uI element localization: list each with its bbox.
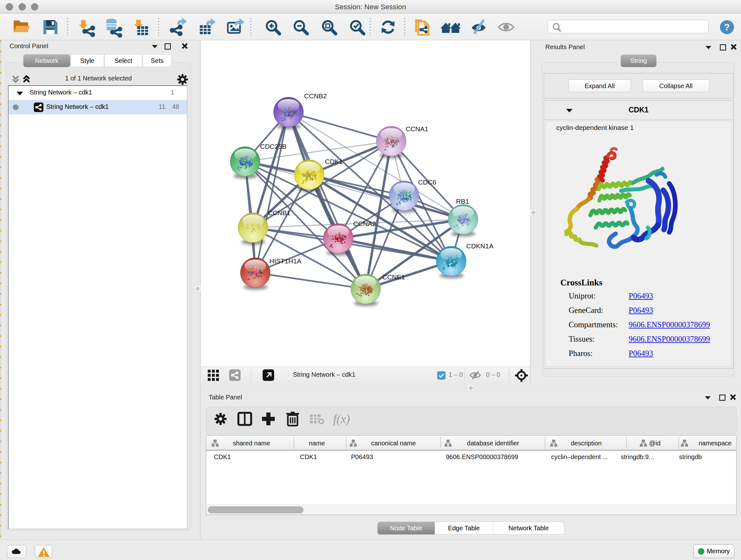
svg-text:namespace: namespace <box>698 440 731 447</box>
svg-text:?: ? <box>724 22 730 32</box>
svg-text:description: description <box>571 440 602 447</box>
svg-text:shared name: shared name <box>233 440 270 447</box>
svg-text:canonical name: canonical name <box>371 440 416 447</box>
svg-text:CCNB1: CCNB1 <box>268 209 290 216</box>
svg-text:RB1: RB1 <box>456 198 469 205</box>
svg-text:CCNE1: CCNE1 <box>382 273 405 281</box>
svg-text:CDC6: CDC6 <box>418 179 436 186</box>
svg-text:f(x): f(x) <box>333 412 350 426</box>
svg-text:@id: @id <box>649 440 661 447</box>
svg-text:name: name <box>309 440 325 447</box>
svg-text:CCNA1: CCNA1 <box>406 125 428 132</box>
svg-text:database identifier: database identifier <box>467 440 519 447</box>
svg-text:CDKN1A: CDKN1A <box>466 242 493 250</box>
svg-text:CDC25B: CDC25B <box>260 143 286 150</box>
svg-text:CDK1: CDK1 <box>325 158 343 165</box>
svg-text:HIST1H1A: HIST1H1A <box>269 257 301 265</box>
svg-text:CCNB2: CCNB2 <box>304 92 327 100</box>
svg-text:CCNA2: CCNA2 <box>353 220 376 227</box>
